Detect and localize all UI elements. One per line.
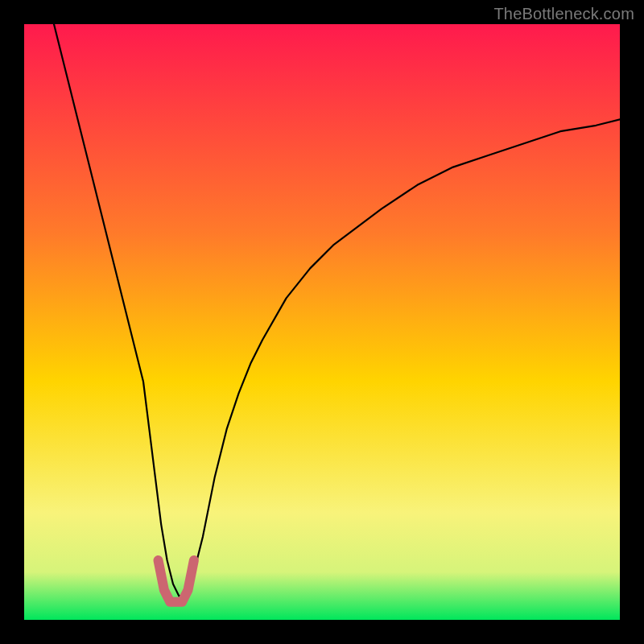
plot-area (24, 24, 620, 620)
watermark-text: TheBottleneck.com (493, 5, 634, 23)
gradient-background (24, 24, 620, 620)
chart-frame: TheBottleneck.com (0, 0, 644, 644)
plot-svg (24, 24, 620, 620)
